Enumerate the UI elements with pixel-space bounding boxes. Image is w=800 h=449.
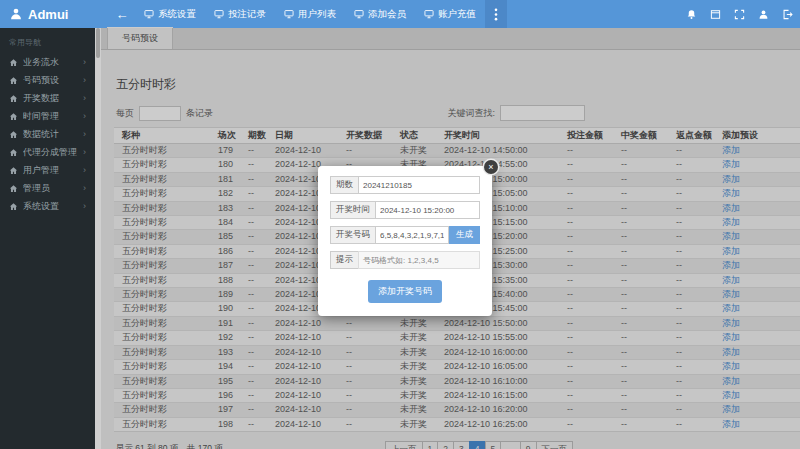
field-label: 开奖号码: [330, 226, 375, 244]
chevron-right-icon: ›: [83, 130, 86, 139]
sidebar-item-label: 用户管理: [23, 165, 59, 175]
brand[interactable]: Admui: [0, 7, 95, 22]
draw-numbers-field-input[interactable]: [375, 226, 449, 244]
nav-menu-label: 添加会员: [368, 8, 406, 21]
sidebar-item-3[interactable]: 开奖数据›: [0, 89, 95, 107]
chevron-right-icon: ›: [83, 76, 86, 85]
menu-icon: [9, 58, 18, 67]
sidebar-scrollbar-thumb[interactable]: [96, 28, 100, 58]
format-hint-text: 号码格式如: 1,2,3,4,5: [358, 251, 480, 269]
sidebar-item-label: 开奖数据: [23, 93, 59, 103]
sidebar-item-1[interactable]: 业务流水›: [0, 53, 95, 71]
person-logo-icon: [9, 7, 23, 21]
sidebar-item-8[interactable]: 管理员›: [0, 179, 95, 197]
add-draw-number-modal: × 期数开奖时间开奖号码生成提示号码格式如: 1,2,3,4,5 添加开奖号码: [318, 166, 492, 316]
brand-text: Admui: [28, 7, 68, 22]
field-label: 开奖时间: [330, 201, 375, 219]
sidebar-item-label: 时间管理: [23, 111, 59, 121]
sidebar-item-4[interactable]: 时间管理›: [0, 107, 95, 125]
draw-numbers-field: 开奖号码生成: [330, 226, 480, 244]
user-icon[interactable]: [758, 9, 769, 20]
sidebar-item-6[interactable]: 代理分成管理›: [0, 143, 95, 161]
chevron-right-icon: ›: [83, 58, 86, 67]
sidebar-section-label: 常用导航: [0, 28, 95, 53]
monitor-icon: [214, 9, 224, 19]
top-navbar: Admui ← 系统设置投注记录用户列表添加会员账户充值: [0, 0, 800, 28]
sidebar-item-label: 代理分成管理: [23, 147, 77, 157]
logout-icon[interactable]: [782, 9, 793, 20]
monitor-icon: [424, 9, 434, 19]
nav-menu-1[interactable]: 系统设置: [135, 0, 205, 28]
draw-time-field-input[interactable]: [375, 201, 480, 219]
menu-icon: [9, 148, 18, 157]
monitor-icon: [144, 9, 154, 19]
chevron-right-icon: ›: [83, 202, 86, 211]
nav-menu-tabs: 系统设置投注记录用户列表添加会员账户充值: [135, 0, 485, 28]
monitor-icon: [354, 9, 364, 19]
nav-menu-3[interactable]: 用户列表: [275, 0, 345, 28]
chevron-right-icon: ›: [83, 184, 86, 193]
sidebar-item-5[interactable]: 数据统计›: [0, 125, 95, 143]
nav-menu-label: 系统设置: [158, 8, 196, 21]
main-area: 号码预设 五分时时彩 每页 条记录 关键词查找: 彩种场次期数日期开奖数据状态开…: [101, 28, 800, 449]
menu-icon: [9, 184, 18, 193]
sidebar: 常用导航 业务流水›号码预设›开奖数据›时间管理›数据统计›代理分成管理›用户管…: [0, 28, 95, 449]
field-label: 提示: [330, 251, 358, 269]
chevron-right-icon: ›: [83, 112, 86, 121]
close-icon[interactable]: ×: [484, 160, 498, 174]
format-hint: 提示号码格式如: 1,2,3,4,5: [330, 251, 480, 269]
sidebar-item-label: 号码预设: [23, 75, 59, 85]
chevron-right-icon: ›: [83, 94, 86, 103]
menu-icon: [9, 112, 18, 121]
navbar-right-icons: [686, 9, 800, 20]
fullscreen-icon[interactable]: [734, 9, 745, 20]
sidebar-item-7[interactable]: 用户管理›: [0, 161, 95, 179]
menu-icon: [9, 202, 18, 211]
bell-icon[interactable]: [686, 9, 697, 20]
more-vertical-icon[interactable]: [485, 0, 507, 28]
sidebar-menu: 业务流水›号码预设›开奖数据›时间管理›数据统计›代理分成管理›用户管理›管理员…: [0, 53, 95, 215]
nav-menu-2[interactable]: 投注记录: [205, 0, 275, 28]
nav-menu-label: 用户列表: [298, 8, 336, 21]
chevron-right-icon: ›: [83, 148, 86, 157]
menu-icon: [9, 166, 18, 175]
sidebar-item-label: 数据统计: [23, 129, 59, 139]
period-field: 期数: [330, 176, 480, 194]
back-arrow-icon[interactable]: ←: [109, 7, 135, 22]
sidebar-item-2[interactable]: 号码预设›: [0, 71, 95, 89]
window-icon[interactable]: [710, 9, 721, 20]
draw-time-field: 开奖时间: [330, 201, 480, 219]
app-body: 常用导航 业务流水›号码预设›开奖数据›时间管理›数据统计›代理分成管理›用户管…: [0, 28, 800, 449]
monitor-icon: [284, 9, 294, 19]
menu-icon: [9, 130, 18, 139]
modal-fields: 期数开奖时间开奖号码生成提示号码格式如: 1,2,3,4,5: [330, 176, 480, 269]
menu-icon: [9, 94, 18, 103]
sidebar-item-label: 管理员: [23, 183, 50, 193]
add-draw-number-button[interactable]: 添加开奖号码: [368, 280, 442, 303]
nav-menu-5[interactable]: 账户充值: [415, 0, 485, 28]
nav-menu-label: 账户充值: [438, 8, 476, 21]
field-label: 期数: [330, 176, 358, 194]
nav-menu-4[interactable]: 添加会员: [345, 0, 415, 28]
menu-icon: [9, 76, 18, 85]
period-field-input[interactable]: [358, 176, 480, 194]
sidebar-item-label: 系统设置: [23, 201, 59, 211]
nav-menu-label: 投注记录: [228, 8, 266, 21]
sidebar-item-label: 业务流水: [23, 57, 59, 67]
generate-button[interactable]: 生成: [449, 226, 480, 244]
sidebar-item-9[interactable]: 系统设置›: [0, 197, 95, 215]
chevron-right-icon: ›: [83, 166, 86, 175]
